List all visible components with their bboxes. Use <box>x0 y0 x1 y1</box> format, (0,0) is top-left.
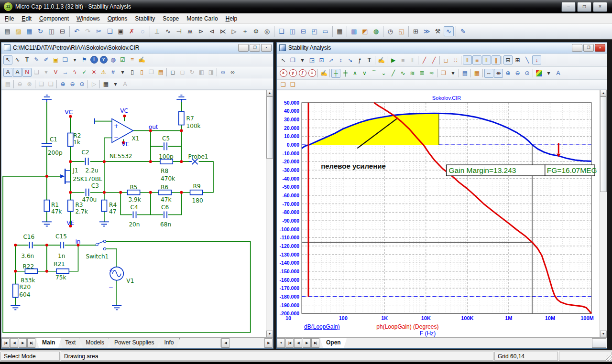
menu-monte-carlo[interactable]: Monte Carlo <box>183 14 221 23</box>
analysis-window-titlebar[interactable]: Stability Analysis –❐× <box>277 43 607 54</box>
slider-panel-button[interactable]: ◱ <box>396 26 406 36</box>
maximize-button[interactable]: □ <box>577 2 591 12</box>
flip-horizontal-button[interactable]: ◧ <box>197 68 206 77</box>
bjt-part-button[interactable]: ⋉ <box>218 26 228 36</box>
schematic-canvas[interactable]: VCR21kC1200pVC+−X1VENE5532outR7100kC5100… <box>1 90 266 337</box>
check-model-button[interactable]: ☑ <box>118 55 127 64</box>
diode-part-button[interactable]: ⊳ <box>196 26 206 36</box>
nav-button[interactable]: ◀ <box>294 338 302 348</box>
cursor-slope-button[interactable]: ╱ <box>389 69 398 78</box>
redo-button[interactable]: ↷ <box>83 26 93 36</box>
nav-button[interactable]: ▶| <box>27 338 35 348</box>
tag-vertical-button[interactable]: ↕ <box>336 55 345 64</box>
copy-page-button[interactable]: ❐ <box>147 68 156 77</box>
minimize-button[interactable]: – <box>572 44 582 52</box>
line-mode-button[interactable]: ✎ <box>32 55 41 64</box>
menu-stability[interactable]: Stability <box>131 14 159 23</box>
trace-list-button[interactable]: ≡ <box>307 69 317 78</box>
open-file-button[interactable]: ▨ <box>13 26 23 36</box>
nav-button[interactable]: ▶ <box>19 338 27 348</box>
horizontal-pane-button[interactable]: ⊟ <box>503 55 513 64</box>
cursor-low-button[interactable]: ⌄ <box>379 69 388 78</box>
ground-part-button[interactable]: ⊥ <box>152 26 162 36</box>
minimize-button[interactable]: – <box>561 2 576 12</box>
hscroll-track[interactable] <box>230 338 264 348</box>
menu-help[interactable]: Help <box>222 14 241 23</box>
x-axis-settings-button[interactable]: x <box>279 69 288 78</box>
cursor-valley-button[interactable]: ∨ <box>360 69 369 78</box>
scroll-track[interactable] <box>600 192 607 331</box>
font-attributes-button[interactable]: A <box>554 69 563 78</box>
scroll-thumb[interactable] <box>600 96 607 192</box>
cursor-next-button[interactable]: ┼ <box>331 69 340 78</box>
package-editor-button[interactable]: ◍ <box>371 26 381 36</box>
plus-part-button[interactable]: + <box>240 26 250 36</box>
plot-canvas[interactable]: Gain Margin=13.243FG=16.07MEGпелевое уси… <box>277 90 600 337</box>
cursor-global-high-button[interactable]: ≣ <box>417 69 426 78</box>
page-properties-button[interactable]: ▤ <box>156 68 165 77</box>
data-points-button[interactable]: ◻ <box>441 55 450 64</box>
shape-editor-button[interactable]: ◩ <box>360 26 370 36</box>
show-conditions-button[interactable]: ✓ <box>80 68 89 77</box>
tab-main[interactable]: Main <box>36 338 61 348</box>
info-view-button[interactable]: i <box>89 55 98 64</box>
close-button[interactable]: × <box>261 44 272 52</box>
zoom-out-button[interactable]: ⊖ <box>513 69 522 78</box>
zoom-scale-button[interactable]: ⊙ <box>523 69 532 78</box>
list-stepping-button[interactable]: ≫ <box>422 26 432 36</box>
nav-button[interactable]: ▶ <box>303 338 311 348</box>
step-close-button[interactable]: ⊗ <box>25 79 34 88</box>
send-to-back-button[interactable]: ❏ <box>46 79 55 88</box>
token-markers-button[interactable]: ∷ <box>451 55 460 64</box>
print-preview-button[interactable]: ◫ <box>46 26 56 36</box>
show-attribute-text-button[interactable]: A <box>3 68 12 77</box>
menu-windows[interactable]: Windows <box>73 14 104 23</box>
flag-mode-button[interactable]: ⚑ <box>80 55 89 64</box>
step-down-button[interactable]: ⊖ <box>15 79 24 88</box>
object-clipboard-button[interactable]: ❐ <box>288 55 297 64</box>
cursor-global-low-button[interactable]: ≂ <box>427 69 436 78</box>
region-select-button[interactable]: ◌ <box>138 26 148 36</box>
tag-rise-button[interactable]: ↗ <box>327 55 336 64</box>
clipboard-button[interactable]: ❐ <box>439 69 448 78</box>
shape-mode-button[interactable]: ✐ <box>42 55 51 64</box>
component-shape-button[interactable]: ❏ <box>61 55 70 64</box>
tile-vertical-button[interactable]: ◫ <box>287 26 297 36</box>
add-text-page-button[interactable]: ▯ <box>137 68 146 77</box>
schematic-vscrollbar[interactable]: ▲ ▼ <box>266 90 273 337</box>
add-page-button[interactable]: ▯ <box>128 68 137 77</box>
animate-curve-1-button[interactable]: ╱ <box>420 55 429 64</box>
edit-limits-button[interactable]: ✍ <box>319 69 328 78</box>
slope-guides-button[interactable]: ╲ <box>523 55 532 64</box>
pause-button[interactable]: ‖ <box>408 55 417 64</box>
opamp-part-button[interactable]: ▷ <box>229 26 239 36</box>
plot-pane-4-button[interactable]: ∥ <box>492 55 501 64</box>
scroll-up-icon[interactable]: ▲ <box>266 90 273 96</box>
tab-power-supplies[interactable]: Power Supplies <box>108 338 160 348</box>
analysis-plot-button[interactable]: ∿ <box>444 26 454 36</box>
bring-to-front-button[interactable]: ❏ <box>37 79 46 88</box>
show-power-button[interactable]: ϟ <box>70 68 79 77</box>
menu-component[interactable]: Component <box>35 14 73 23</box>
rotate-button[interactable]: ↻ <box>187 68 197 77</box>
calculator-button[interactable]: ▦ <box>335 26 345 36</box>
grid-pattern-dropdown-button[interactable]: ▾ <box>111 79 120 88</box>
capacitor-part-button[interactable]: ⊣ <box>174 26 184 36</box>
tab-text[interactable]: Text <box>59 338 82 348</box>
cursor-high-button[interactable]: ⌒ <box>370 69 379 78</box>
zener-part-button[interactable]: ⊲ <box>207 26 217 36</box>
wire-mode-button[interactable]: ∿ <box>13 55 22 64</box>
scroll-down-icon[interactable]: ▼ <box>266 331 273 337</box>
plot-vscrollbar[interactable]: ▲ ▼ <box>600 90 607 337</box>
repeat-find-button[interactable]: ∞ <box>228 68 237 77</box>
stop-button[interactable]: ■ <box>398 55 407 64</box>
object-dropdown-button[interactable]: ▾ <box>298 55 307 64</box>
undo-button[interactable]: ↶ <box>72 26 82 36</box>
formula-text-button[interactable]: ƒ <box>355 55 364 64</box>
tab-open[interactable]: Open <box>320 338 347 348</box>
scroll-up-icon[interactable]: ▲ <box>600 90 607 96</box>
watch-values-button[interactable]: ▦ <box>472 69 481 78</box>
nav-button[interactable]: ▶| <box>311 338 319 348</box>
picture-mode-button[interactable]: ▣ <box>51 55 60 64</box>
nav-button[interactable]: |◀ <box>1 338 10 348</box>
